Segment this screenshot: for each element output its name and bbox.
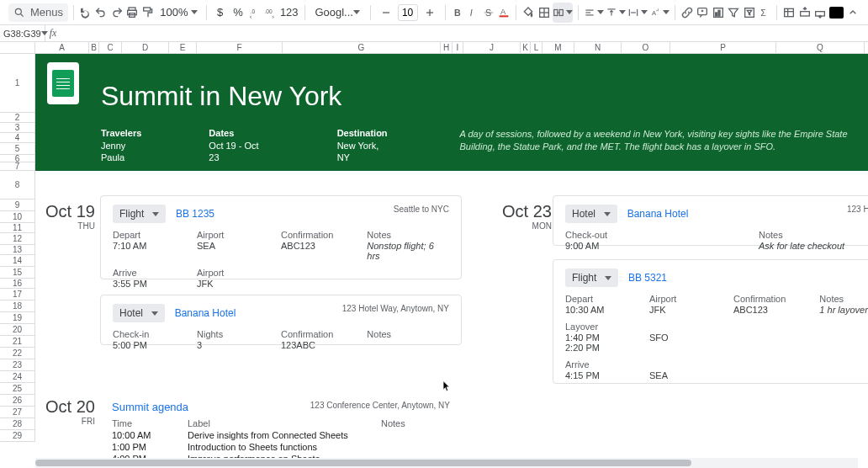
currency-button[interactable]: $ xyxy=(212,3,228,23)
row-header[interactable]: 23 xyxy=(0,359,34,371)
paint-format-button[interactable] xyxy=(141,3,156,23)
row-header[interactable]: 27 xyxy=(0,407,34,418)
col-header[interactable]: K xyxy=(521,42,531,53)
flight-number-link[interactable]: BB 1235 xyxy=(176,208,214,220)
row-header[interactable]: 3 xyxy=(0,123,34,133)
insert-chart-button[interactable] xyxy=(711,3,725,23)
strikethrough-button[interactable]: S xyxy=(481,3,495,23)
name-box[interactable]: G38:G39 xyxy=(0,25,45,41)
row-header[interactable]: 7 xyxy=(0,162,34,171)
borders-button[interactable] xyxy=(537,3,552,23)
row-header[interactable]: 26 xyxy=(0,395,34,407)
row-header[interactable]: 18 xyxy=(0,300,34,312)
merge-cells-button[interactable] xyxy=(553,3,573,23)
col-header[interactable]: Q xyxy=(776,42,865,53)
formula-bar[interactable] xyxy=(61,25,868,41)
decrease-fontsize-button[interactable] xyxy=(376,3,396,23)
insert-comment-button[interactable] xyxy=(696,3,710,23)
column-headers[interactable]: ABCDEFGHIJKLMNOPQ xyxy=(35,42,868,54)
row-header[interactable]: 19 xyxy=(0,312,34,324)
undo-button[interactable] xyxy=(94,3,108,23)
select-all-corner[interactable] xyxy=(0,42,35,54)
row-header[interactable]: 13 xyxy=(0,245,34,255)
row-header[interactable]: 15 xyxy=(0,267,34,279)
row-header[interactable]: 16 xyxy=(0,279,34,289)
row-header[interactable]: 9 xyxy=(0,199,34,211)
collapse-toolbar-button[interactable] xyxy=(846,3,860,23)
row-header[interactable]: 17 xyxy=(0,289,34,300)
hotel-link[interactable]: Banana Hotel xyxy=(627,208,689,220)
col-header[interactable]: P xyxy=(670,42,776,53)
col-header[interactable]: J xyxy=(463,42,521,53)
bold-button[interactable]: B xyxy=(450,3,464,23)
col-header[interactable]: A xyxy=(35,42,89,53)
increase-fontsize-button[interactable] xyxy=(420,3,440,23)
row-headers[interactable]: 1234567891011121314151617181920212223242… xyxy=(0,54,35,442)
insert-col-button[interactable] xyxy=(813,3,828,23)
halign-button[interactable] xyxy=(584,3,604,23)
filter-button[interactable] xyxy=(727,3,741,23)
col-header[interactable]: I xyxy=(453,42,463,53)
decrease-decimal-button[interactable]: .0 xyxy=(248,3,262,23)
row-header[interactable]: 12 xyxy=(0,233,34,245)
wrap-button[interactable] xyxy=(627,3,648,23)
flight-chip[interactable]: Flight xyxy=(113,205,166,223)
fill-color-button[interactable] xyxy=(521,3,536,23)
font-name-select[interactable]: Googl... xyxy=(310,6,365,19)
row-header[interactable]: 25 xyxy=(0,383,34,395)
scrollbar-thumb[interactable] xyxy=(35,460,691,466)
hotel-chip[interactable]: Hotel xyxy=(565,205,617,223)
text-color-button[interactable]: A xyxy=(497,3,511,23)
row-header[interactable]: 5 xyxy=(0,143,34,155)
undo-history-button[interactable] xyxy=(79,3,93,23)
hotel-link[interactable]: Banana Hotel xyxy=(175,307,236,319)
row-header[interactable]: 24 xyxy=(0,371,34,383)
redo-button[interactable] xyxy=(110,3,124,23)
row-header[interactable]: 1 xyxy=(0,54,34,113)
format-123-button[interactable]: 123 xyxy=(279,3,299,23)
flight-chip[interactable]: Flight xyxy=(565,269,618,287)
percent-button[interactable]: % xyxy=(230,3,246,23)
valign-button[interactable] xyxy=(606,3,626,23)
insert-link-button[interactable] xyxy=(680,3,694,23)
col-header[interactable]: F xyxy=(197,42,283,53)
col-header[interactable]: G xyxy=(283,42,441,53)
col-header[interactable]: M xyxy=(542,42,574,53)
row-header[interactable]: 21 xyxy=(0,336,34,348)
col-header[interactable]: D xyxy=(122,42,169,53)
row-header[interactable]: 11 xyxy=(0,223,34,233)
nights-value: 3 xyxy=(197,340,247,350)
col-header[interactable]: N xyxy=(574,42,622,53)
flight-number-link[interactable]: BB 5321 xyxy=(628,272,667,284)
increase-decimal-button[interactable]: .00 xyxy=(263,3,278,23)
col-header[interactable]: O xyxy=(622,42,670,53)
col-header[interactable]: L xyxy=(531,42,542,53)
row-header[interactable]: 4 xyxy=(0,133,34,143)
table-button[interactable] xyxy=(782,3,797,23)
font-size-input[interactable] xyxy=(398,4,418,21)
row-header[interactable]: 14 xyxy=(0,255,34,267)
row-header[interactable]: 28 xyxy=(0,418,34,430)
col-header[interactable]: E xyxy=(169,42,197,53)
row-header[interactable]: 20 xyxy=(0,324,34,336)
row-header[interactable]: 2 xyxy=(0,113,34,123)
row-header[interactable]: 10 xyxy=(0,211,34,223)
col-header[interactable]: C xyxy=(99,42,122,53)
row-header[interactable]: 22 xyxy=(0,348,34,359)
ink-button[interactable] xyxy=(829,7,844,19)
col-header[interactable]: B xyxy=(89,42,99,53)
row-header[interactable]: 8 xyxy=(0,171,34,199)
sheet-canvas[interactable]: Summit in New York Travelers Jenny Paula… xyxy=(35,54,868,458)
horizontal-scrollbar[interactable] xyxy=(35,458,858,468)
functions-button[interactable]: Σ xyxy=(758,3,772,23)
col-header[interactable]: H xyxy=(441,42,453,53)
menu-search[interactable]: Menus xyxy=(8,3,68,22)
filter-views-button[interactable] xyxy=(742,3,756,23)
italic-button[interactable]: I xyxy=(466,3,480,23)
row-header[interactable]: 29 xyxy=(0,430,34,442)
zoom-select[interactable]: 100% xyxy=(156,6,201,19)
rotate-button[interactable]: A xyxy=(649,3,670,23)
hotel-chip[interactable]: Hotel xyxy=(113,304,165,322)
insert-row-button[interactable] xyxy=(798,3,812,23)
print-button[interactable] xyxy=(125,3,140,23)
